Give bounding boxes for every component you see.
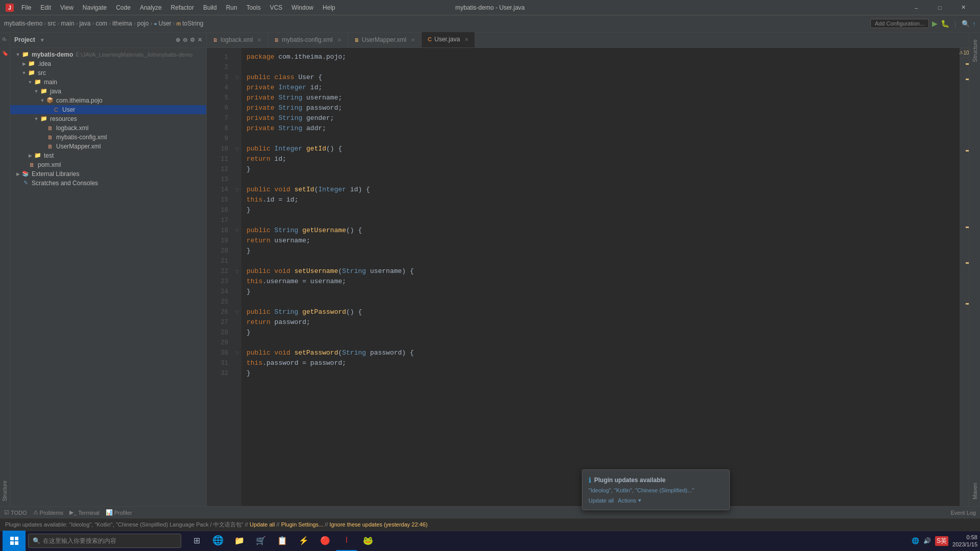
menu-refactor[interactable]: Refactor xyxy=(167,3,198,12)
collapse-all-icon[interactable]: ⊖ xyxy=(183,37,187,43)
tree-item-pom[interactable]: 🗎 pom.xml xyxy=(10,160,206,169)
breadcrumb-pojo[interactable]: pojo xyxy=(137,20,149,27)
tree-item-logback[interactable]: 🗎 logback.xml xyxy=(10,123,206,133)
taskbar-store[interactable]: 🛒 xyxy=(251,531,271,551)
taskbar-app-9[interactable]: 🐸 xyxy=(358,531,378,551)
tree-item-idea[interactable]: ▶ 📁 .idea xyxy=(10,59,206,68)
breadcrumb-src[interactable]: src xyxy=(47,20,56,27)
menu-build[interactable]: Build xyxy=(199,3,221,12)
profiler-item[interactable]: 📊 Profiler xyxy=(106,509,132,516)
breadcrumb-com[interactable]: com xyxy=(95,20,107,27)
tree-item-src[interactable]: ▼ 📁 src xyxy=(10,68,206,78)
menu-edit[interactable]: Edit xyxy=(36,3,55,12)
todo-item[interactable]: ☑ TODO xyxy=(4,509,27,516)
search-everywhere-button[interactable]: 🔍 xyxy=(962,20,970,28)
menu-run[interactable]: Run xyxy=(222,3,241,12)
event-log-label[interactable]: Event Log xyxy=(950,510,976,516)
tree-item-resources[interactable]: ▼ 📁 resources xyxy=(10,114,206,123)
tree-item-test[interactable]: ▶ 📁 test xyxy=(10,151,206,160)
actions-dropdown[interactable]: Actions ▼ xyxy=(618,497,642,504)
breadcrumb-user[interactable]: User xyxy=(158,20,171,27)
taskbar-app-6[interactable]: ⚡ xyxy=(293,531,314,551)
fold-18[interactable]: ▽ xyxy=(232,226,241,236)
maven-panel-label[interactable]: Maven xyxy=(971,479,979,504)
menu-navigate[interactable]: Navigate xyxy=(79,3,111,12)
plugin-settings-link[interactable]: Plugin Settings... xyxy=(281,521,324,528)
update-icon[interactable]: ↑ xyxy=(973,20,976,28)
tab-mybatis-config[interactable]: 🗎 mybatis-config.xml ✕ xyxy=(268,32,348,47)
input-method-icon[interactable]: S英 xyxy=(935,536,948,546)
tab-usermapper[interactable]: 🗎 UserMapper.xml ✕ xyxy=(348,32,422,47)
menu-analyze[interactable]: Analyze xyxy=(136,3,166,12)
minimize-button[interactable]: – xyxy=(904,0,928,15)
fold-3[interactable]: ▽ xyxy=(232,72,241,83)
run-button[interactable]: ▶ xyxy=(932,19,938,28)
speaker-icon[interactable]: 🔊 xyxy=(923,537,931,544)
tab-close-user[interactable]: ✕ xyxy=(464,37,469,42)
structure-label[interactable]: Structure xyxy=(1,479,9,504)
breadcrumb-tostring[interactable]: toString xyxy=(182,20,203,27)
fold-17 xyxy=(232,215,241,226)
close-button[interactable]: ✕ xyxy=(951,0,975,15)
taskbar-taskview[interactable]: ⊞ xyxy=(186,531,207,551)
tree-item-mybatis-config[interactable]: 🗎 mybatis-config.xml xyxy=(10,133,206,142)
menu-view[interactable]: View xyxy=(56,3,78,12)
fold-14[interactable]: ▽ xyxy=(232,185,241,195)
menu-file[interactable]: File xyxy=(17,3,35,12)
taskbar-clock[interactable]: 0:58 2023/1/15 xyxy=(952,534,977,548)
tree-item-user[interactable]: C User xyxy=(10,105,206,114)
terminal-item[interactable]: ▶_ Terminal xyxy=(69,509,100,516)
tree-item-main[interactable]: ▼ 📁 main xyxy=(10,78,206,87)
tree-item-usermapper[interactable]: 🗎 UserMapper.xml xyxy=(10,142,206,151)
update-all-button[interactable]: Update all xyxy=(589,497,614,504)
tab-logback[interactable]: 🗎 logback.xml ✕ xyxy=(207,32,268,47)
code-text[interactable]: package com.itheima.pojo; public class U… xyxy=(241,48,960,507)
debug-button[interactable]: 🐛 xyxy=(941,19,949,28)
menu-code[interactable]: Code xyxy=(112,3,135,12)
taskbar-search[interactable]: 🔍 在这里输入你要搜索的内容 xyxy=(28,534,181,548)
settings-icon[interactable]: ⚙ xyxy=(190,37,195,43)
fold-1 xyxy=(232,52,241,62)
tab-close-logback[interactable]: ✕ xyxy=(257,37,261,43)
tree-item-package[interactable]: ▼ 📦 com.itheima.pojo xyxy=(10,96,206,105)
maximize-button[interactable]: □ xyxy=(928,0,951,15)
problems-item[interactable]: ⚠ Problems xyxy=(33,509,63,516)
structure-panel-label[interactable]: Structure xyxy=(971,35,979,66)
fold-30[interactable]: ▽ xyxy=(232,348,241,358)
breadcrumb-mybatis-demo[interactable]: mybatis-demo xyxy=(4,20,42,27)
breadcrumb-java[interactable]: java xyxy=(79,20,90,27)
breadcrumb-itheima[interactable]: itheima xyxy=(112,20,132,27)
taskbar-edge[interactable]: 🌐 xyxy=(208,531,228,551)
add-configuration-button[interactable]: Add Configuration... xyxy=(870,19,929,28)
menu-tools[interactable]: Tools xyxy=(242,3,265,12)
tree-item-java[interactable]: ▼ 📁 java xyxy=(10,87,206,96)
update-all-link[interactable]: Update all xyxy=(250,521,275,528)
tab-close-usermapper[interactable]: ✕ xyxy=(411,37,415,43)
taskbar-explorer[interactable]: 📁 xyxy=(229,531,250,551)
menu-help[interactable]: Help xyxy=(318,3,339,12)
project-icon[interactable]: P xyxy=(1,35,9,43)
taskbar-intellij[interactable]: I xyxy=(336,531,357,551)
breadcrumb-main[interactable]: main xyxy=(61,20,74,27)
code-line-31: this.password = password; xyxy=(247,358,954,368)
fold-26[interactable]: ▽ xyxy=(232,307,241,317)
taskbar-app-5[interactable]: 📋 xyxy=(272,531,292,551)
ignore-link[interactable]: Ignore these updates (yesterday 22:46) xyxy=(330,521,428,528)
fold-10[interactable]: ▽ xyxy=(232,144,241,154)
close-panel-icon[interactable]: ✕ xyxy=(198,37,202,43)
network-icon[interactable]: 🌐 xyxy=(912,537,919,544)
fold-22[interactable]: ▽ xyxy=(232,266,241,277)
project-panel-header: Project ▼ ⊕ ⊖ ⚙ ✕ xyxy=(10,33,206,48)
menu-window[interactable]: Window xyxy=(287,3,317,12)
tab-close-mybatis[interactable]: ✕ xyxy=(337,37,341,43)
line-num-10: 10 xyxy=(207,144,232,154)
locate-icon[interactable]: ⊕ xyxy=(176,37,180,43)
start-button[interactable] xyxy=(3,531,26,551)
taskbar-app-7[interactable]: 🔴 xyxy=(315,531,335,551)
bookmarks-icon[interactable]: 🔖 xyxy=(2,51,8,56)
tree-item-external-libs[interactable]: ▶ 📚 External Libraries xyxy=(10,169,206,179)
tree-item-mybatis-demo[interactable]: ▼ 📁 mybatis-demo E:\JAVA_LearningMateria… xyxy=(10,50,206,59)
tab-user-java[interactable]: C User.java ✕ xyxy=(422,32,475,47)
menu-vcs[interactable]: VCS xyxy=(266,3,287,12)
tree-item-scratches[interactable]: ✎ Scratches and Consoles xyxy=(10,179,206,188)
